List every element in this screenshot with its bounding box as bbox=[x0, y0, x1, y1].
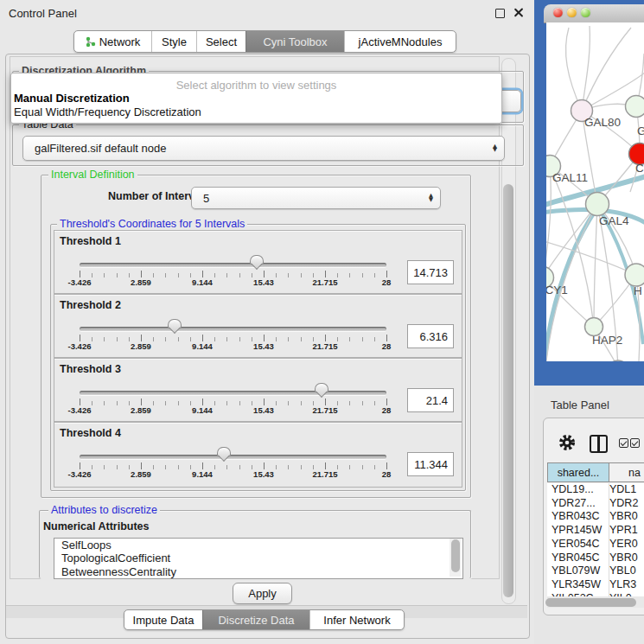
scale-tick-label: -3.426 bbox=[68, 405, 92, 415]
algorithm-option-equal-width[interactable]: Equal Width/Frequency Discretization bbox=[14, 105, 201, 118]
threshold-1-value-field[interactable]: 14.713 bbox=[407, 260, 454, 284]
table-hscrollbar-thumb[interactable] bbox=[545, 598, 636, 607]
threshold-2-value-field[interactable]: 6.316 bbox=[407, 324, 454, 348]
table-row[interactable]: YPR145WYPR1 bbox=[547, 524, 644, 538]
window-close-button[interactable] bbox=[553, 8, 563, 17]
table-data-combo[interactable]: galFiltered.sif default node ▲▼ bbox=[22, 136, 505, 161]
tab-style[interactable]: Style bbox=[151, 31, 196, 52]
threshold-3-value-field[interactable]: 21.4 bbox=[407, 388, 454, 412]
tab-jactivemnodules[interactable]: jActiveMNodules bbox=[344, 31, 456, 52]
cell-shared-name: YPR145W bbox=[552, 524, 602, 538]
cell-name: YER0 bbox=[609, 538, 638, 552]
number-of-intervals-combo[interactable]: 5 ▲▼ bbox=[191, 187, 441, 209]
table-row[interactable]: YER054CYER0 bbox=[547, 538, 644, 552]
threshold-1-slider-track[interactable] bbox=[80, 263, 386, 267]
node-gal4[interactable] bbox=[586, 193, 609, 216]
scale-tick-label: 15.43 bbox=[253, 341, 274, 351]
node-label-gal11: GAL11 bbox=[552, 171, 588, 184]
scale-tick-label: 28 bbox=[382, 405, 392, 415]
cell-name: YDR2 bbox=[609, 497, 638, 511]
node-label-gal80: GAL80 bbox=[584, 116, 621, 129]
checkbox-icon[interactable] bbox=[619, 438, 628, 448]
numerical-attributes-list[interactable]: SelfLoops TopologicalCoefficient Between… bbox=[54, 538, 463, 579]
table-row[interactable]: YDL19...YDL1 bbox=[547, 483, 644, 497]
threshold-4-panel: Threshold 4 -3.426 2.859 9.144 15.43 21.… bbox=[54, 422, 462, 488]
node-label-h-clipped: H bbox=[634, 284, 642, 297]
columns-icon[interactable] bbox=[590, 435, 608, 453]
tab-network[interactable]: Network bbox=[74, 31, 151, 52]
threshold-3-label: Threshold 3 bbox=[60, 363, 121, 375]
threshold-1-slider-ticks bbox=[80, 271, 387, 277]
scale-tick-label: 28 bbox=[382, 341, 392, 351]
attributes-scrollbar-thumb[interactable] bbox=[451, 539, 460, 572]
threshold-4-slider-track[interactable] bbox=[80, 455, 386, 459]
table-row[interactable]: YBR045CYBR0 bbox=[547, 552, 644, 565]
attribute-item[interactable]: SelfLoops bbox=[54, 539, 462, 552]
number-of-intervals-value: 5 bbox=[203, 192, 209, 205]
node-label-ga-clipped: GA bbox=[637, 124, 644, 137]
algorithm-placeholder: Select algorithm to view settings bbox=[11, 79, 501, 92]
attribute-item[interactable]: TopologicalCoefficient bbox=[54, 552, 462, 564]
cell-shared-name: YBR043C bbox=[552, 510, 600, 524]
gear-icon[interactable] bbox=[558, 434, 576, 455]
table-row[interactable]: YLR345WYLR3 bbox=[547, 578, 644, 592]
node-label-hap2: HAP2 bbox=[592, 334, 622, 347]
threshold-2-slider-ticks bbox=[80, 335, 387, 341]
window-zoom-button[interactable] bbox=[581, 8, 590, 17]
threshold-2-slider-thumb[interactable] bbox=[168, 319, 182, 328]
cell-shared-name: YLR345W bbox=[552, 578, 601, 592]
vertical-scrollbar-thumb[interactable] bbox=[503, 184, 513, 597]
tab-select[interactable]: Select bbox=[196, 31, 245, 52]
node-bottom-partial[interactable] bbox=[607, 360, 629, 361]
interval-definition-group-title: Interval Definition bbox=[48, 169, 137, 181]
float-window-icon[interactable] bbox=[495, 9, 505, 18]
scale-tick-label: 2.859 bbox=[131, 405, 151, 415]
control-panel-tabs: Network Style Select Cyni Toolbox jActiv… bbox=[73, 30, 456, 53]
cell-shared-name: YDL19... bbox=[552, 483, 594, 497]
scale-tick-label: 28 bbox=[382, 469, 392, 479]
threshold-4-value-field[interactable]: 11.344 bbox=[407, 452, 454, 476]
cell-shared-name: YBL079W bbox=[552, 564, 600, 578]
node-h[interactable] bbox=[625, 264, 644, 286]
apply-button[interactable]: Apply bbox=[233, 583, 292, 604]
network-canvas[interactable]: GAL80 GA C GAL11 GAL4 GCY1 H HAP2 bbox=[546, 22, 644, 361]
network-graph bbox=[546, 22, 644, 361]
threshold-1-slider-thumb[interactable] bbox=[250, 255, 264, 264]
window-minimize-button[interactable] bbox=[567, 8, 577, 17]
column-header-name[interactable]: na bbox=[609, 462, 644, 482]
node-table[interactable]: YDL19...YDL1 YDR27...YDR2 YBR043CYBR0 YP… bbox=[547, 483, 644, 596]
close-icon[interactable] bbox=[513, 7, 524, 18]
cyni-mode-tabs: Impute Data Discretize Data Infer Networ… bbox=[124, 609, 405, 630]
tab-impute-data[interactable]: Impute Data bbox=[124, 610, 202, 629]
network-icon bbox=[86, 36, 96, 48]
tab-cyni-toolbox[interactable]: Cyni Toolbox bbox=[245, 31, 344, 52]
scale-tick-label: 15.43 bbox=[253, 277, 274, 287]
threshold-4-slider-thumb[interactable] bbox=[217, 447, 231, 456]
checkbox-icon[interactable] bbox=[630, 438, 640, 448]
threshold-1-panel: Threshold 1 -3.426 2.859 9.144 15.43 21.… bbox=[54, 230, 462, 294]
tab-infer-network[interactable]: Infer Network bbox=[309, 610, 404, 629]
node-top-right[interactable] bbox=[626, 96, 644, 118]
threshold-3-slider-thumb[interactable] bbox=[315, 383, 328, 392]
node-label-gcy1: GCY1 bbox=[546, 284, 568, 296]
tab-discretize-data[interactable]: Discretize Data bbox=[202, 610, 309, 629]
node-label-gal4: GAL4 bbox=[599, 214, 629, 227]
cell-shared-name: YBR045C bbox=[552, 552, 600, 565]
attribute-item[interactable]: BetweennessCentrality bbox=[54, 565, 462, 578]
threshold-3-panel: Threshold 3 -3.426 2.859 9.144 15.43 21.… bbox=[54, 358, 462, 422]
threshold-2-slider-track[interactable] bbox=[80, 327, 386, 331]
thresholds-group-title: Threshold's Coordinates for 5 Intervals bbox=[57, 218, 247, 230]
column-header-shared[interactable]: shared... bbox=[547, 462, 609, 482]
cell-shared-name: YER054C bbox=[552, 538, 600, 552]
scale-tick-label: 15.43 bbox=[253, 405, 274, 415]
threshold-4-label: Threshold 4 bbox=[60, 427, 121, 439]
table-row[interactable]: YBL079WYBL0 bbox=[547, 564, 644, 578]
cell-name: YPR1 bbox=[609, 524, 638, 538]
scale-tick-label: -3.426 bbox=[68, 277, 92, 287]
algorithm-option-manual[interactable]: Manual Discretization bbox=[14, 92, 130, 105]
cell-name: YBR0 bbox=[609, 510, 638, 524]
threshold-3-slider-track[interactable] bbox=[80, 391, 386, 395]
table-column-divider bbox=[609, 483, 609, 596]
table-row[interactable]: YDR27...YDR2 bbox=[547, 497, 644, 511]
table-row[interactable]: YBR043CYBR0 bbox=[547, 510, 644, 524]
